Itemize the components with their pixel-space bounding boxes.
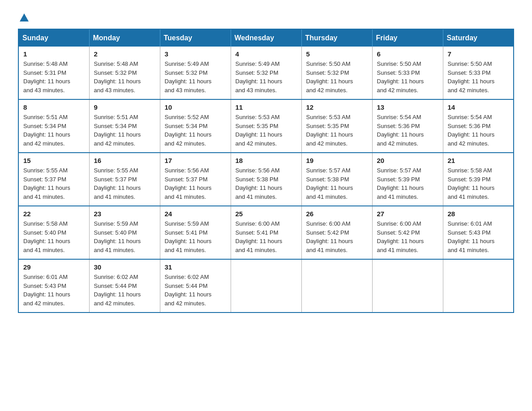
weekday-header-row: SundayMondayTuesdayWednesdayThursdayFrid… (18, 29, 514, 47)
day-info: Sunrise: 5:53 AMSunset: 5:35 PMDaylight:… (236, 113, 297, 148)
day-info: Sunrise: 5:48 AMSunset: 5:31 PMDaylight:… (23, 60, 85, 94)
day-info: Sunrise: 5:56 AMSunset: 5:38 PMDaylight:… (236, 166, 297, 201)
day-info: Sunrise: 6:02 AMSunset: 5:44 PMDaylight:… (94, 273, 155, 308)
calendar-cell: 5 Sunrise: 5:50 AMSunset: 5:32 PMDayligh… (301, 47, 372, 99)
day-info: Sunrise: 6:00 AMSunset: 5:42 PMDaylight:… (306, 219, 368, 254)
day-info: Sunrise: 6:00 AMSunset: 5:41 PMDaylight:… (236, 219, 297, 254)
day-info: Sunrise: 6:01 AMSunset: 5:43 PMDaylight:… (23, 273, 85, 308)
calendar-cell: 11 Sunrise: 5:53 AMSunset: 5:35 PMDaylig… (231, 99, 301, 153)
calendar-cell: 18 Sunrise: 5:56 AMSunset: 5:38 PMDaylig… (231, 153, 301, 206)
calendar-cell: 10 Sunrise: 5:52 AMSunset: 5:34 PMDaylig… (160, 99, 231, 153)
calendar-cell: 7 Sunrise: 5:50 AMSunset: 5:33 PMDayligh… (443, 47, 514, 99)
day-info: Sunrise: 5:58 AMSunset: 5:39 PMDaylight:… (448, 166, 509, 201)
calendar-cell: 6 Sunrise: 5:50 AMSunset: 5:33 PMDayligh… (372, 47, 443, 99)
day-info: Sunrise: 5:55 AMSunset: 5:37 PMDaylight:… (23, 166, 85, 201)
page-header (18, 13, 514, 20)
day-number: 5 (306, 50, 368, 58)
weekday-header-friday: Friday (372, 29, 443, 47)
day-number: 7 (448, 50, 509, 58)
calendar-cell: 15 Sunrise: 5:55 AMSunset: 5:37 PMDaylig… (18, 153, 89, 206)
logo-text (18, 13, 29, 21)
day-info: Sunrise: 5:59 AMSunset: 5:41 PMDaylight:… (165, 219, 226, 254)
day-info: Sunrise: 5:50 AMSunset: 5:32 PMDaylight:… (306, 60, 368, 94)
day-number: 10 (165, 103, 226, 111)
calendar-cell: 17 Sunrise: 5:56 AMSunset: 5:37 PMDaylig… (160, 153, 231, 206)
weekday-header-monday: Monday (89, 29, 160, 47)
day-number: 15 (23, 157, 85, 164)
calendar-cell: 8 Sunrise: 5:51 AMSunset: 5:34 PMDayligh… (18, 99, 89, 153)
calendar-cell: 30 Sunrise: 6:02 AMSunset: 5:44 PMDaylig… (89, 259, 160, 313)
day-info: Sunrise: 5:53 AMSunset: 5:35 PMDaylight:… (306, 113, 368, 148)
day-info: Sunrise: 5:50 AMSunset: 5:33 PMDaylight:… (448, 60, 509, 94)
day-number: 2 (94, 50, 155, 58)
day-info: Sunrise: 5:49 AMSunset: 5:32 PMDaylight:… (165, 60, 226, 94)
day-number: 27 (377, 210, 438, 218)
weekday-header-wednesday: Wednesday (231, 29, 301, 47)
day-info: Sunrise: 5:51 AMSunset: 5:34 PMDaylight:… (94, 113, 155, 148)
day-number: 11 (236, 103, 297, 111)
day-info: Sunrise: 5:55 AMSunset: 5:37 PMDaylight:… (94, 166, 155, 201)
weekday-header-tuesday: Tuesday (160, 29, 231, 47)
day-number: 21 (448, 157, 509, 164)
calendar-cell: 20 Sunrise: 5:57 AMSunset: 5:39 PMDaylig… (372, 153, 443, 206)
day-info: Sunrise: 5:57 AMSunset: 5:38 PMDaylight:… (306, 166, 368, 201)
calendar-cell: 24 Sunrise: 5:59 AMSunset: 5:41 PMDaylig… (160, 206, 231, 259)
day-info: Sunrise: 6:00 AMSunset: 5:42 PMDaylight:… (377, 219, 438, 254)
calendar-cell: 3 Sunrise: 5:49 AMSunset: 5:32 PMDayligh… (160, 47, 231, 99)
calendar-cell: 4 Sunrise: 5:49 AMSunset: 5:32 PMDayligh… (231, 47, 301, 99)
day-info: Sunrise: 5:51 AMSunset: 5:34 PMDaylight:… (23, 113, 85, 148)
day-info: Sunrise: 6:01 AMSunset: 5:43 PMDaylight:… (448, 219, 509, 254)
weekday-header-thursday: Thursday (301, 29, 372, 47)
day-number: 31 (165, 263, 226, 271)
day-info: Sunrise: 5:49 AMSunset: 5:32 PMDaylight:… (236, 60, 297, 94)
calendar-cell (443, 259, 514, 313)
calendar-cell: 31 Sunrise: 6:02 AMSunset: 5:44 PMDaylig… (160, 259, 231, 313)
calendar-cell: 12 Sunrise: 5:53 AMSunset: 5:35 PMDaylig… (301, 99, 372, 153)
day-number: 25 (236, 210, 297, 218)
calendar-cell: 29 Sunrise: 6:01 AMSunset: 5:43 PMDaylig… (18, 259, 89, 313)
calendar-cell: 9 Sunrise: 5:51 AMSunset: 5:34 PMDayligh… (89, 99, 160, 153)
day-number: 19 (306, 157, 368, 164)
calendar-week-row-4: 22 Sunrise: 5:58 AMSunset: 5:40 PMDaylig… (18, 206, 514, 259)
calendar-week-row-3: 15 Sunrise: 5:55 AMSunset: 5:37 PMDaylig… (18, 153, 514, 206)
weekday-header-saturday: Saturday (443, 29, 514, 47)
day-number: 30 (94, 263, 155, 271)
calendar-cell: 28 Sunrise: 6:01 AMSunset: 5:43 PMDaylig… (443, 206, 514, 259)
calendar-cell: 21 Sunrise: 5:58 AMSunset: 5:39 PMDaylig… (443, 153, 514, 206)
day-number: 3 (165, 50, 226, 58)
day-number: 17 (165, 157, 226, 164)
day-number: 1 (23, 50, 85, 58)
calendar-cell: 26 Sunrise: 6:00 AMSunset: 5:42 PMDaylig… (301, 206, 372, 259)
calendar-cell: 1 Sunrise: 5:48 AMSunset: 5:31 PMDayligh… (18, 47, 89, 99)
logo (18, 13, 29, 20)
day-number: 8 (23, 103, 85, 111)
day-info: Sunrise: 5:57 AMSunset: 5:39 PMDaylight:… (377, 166, 438, 201)
day-info: Sunrise: 5:52 AMSunset: 5:34 PMDaylight:… (165, 113, 226, 148)
calendar-cell: 13 Sunrise: 5:54 AMSunset: 5:36 PMDaylig… (372, 99, 443, 153)
day-number: 12 (306, 103, 368, 111)
calendar-week-row-5: 29 Sunrise: 6:01 AMSunset: 5:43 PMDaylig… (18, 259, 514, 313)
day-number: 18 (236, 157, 297, 164)
calendar-week-row-1: 1 Sunrise: 5:48 AMSunset: 5:31 PMDayligh… (18, 47, 514, 99)
calendar-week-row-2: 8 Sunrise: 5:51 AMSunset: 5:34 PMDayligh… (18, 99, 514, 153)
day-info: Sunrise: 5:54 AMSunset: 5:36 PMDaylight:… (448, 113, 509, 148)
day-number: 24 (165, 210, 226, 218)
day-number: 16 (94, 157, 155, 164)
day-number: 26 (306, 210, 368, 218)
day-number: 13 (377, 103, 438, 111)
day-number: 22 (23, 210, 85, 218)
calendar-cell (231, 259, 301, 313)
logo-triangle-icon (20, 13, 29, 21)
calendar-cell: 2 Sunrise: 5:48 AMSunset: 5:32 PMDayligh… (89, 47, 160, 99)
day-info: Sunrise: 5:58 AMSunset: 5:40 PMDaylight:… (23, 219, 85, 254)
day-number: 14 (448, 103, 509, 111)
calendar-cell: 25 Sunrise: 6:00 AMSunset: 5:41 PMDaylig… (231, 206, 301, 259)
day-info: Sunrise: 5:48 AMSunset: 5:32 PMDaylight:… (94, 60, 155, 94)
calendar-cell: 14 Sunrise: 5:54 AMSunset: 5:36 PMDaylig… (443, 99, 514, 153)
calendar-cell: 23 Sunrise: 5:59 AMSunset: 5:40 PMDaylig… (89, 206, 160, 259)
day-number: 28 (448, 210, 509, 218)
calendar-cell (372, 259, 443, 313)
calendar-cell: 16 Sunrise: 5:55 AMSunset: 5:37 PMDaylig… (89, 153, 160, 206)
day-number: 29 (23, 263, 85, 271)
day-info: Sunrise: 5:56 AMSunset: 5:37 PMDaylight:… (165, 166, 226, 201)
